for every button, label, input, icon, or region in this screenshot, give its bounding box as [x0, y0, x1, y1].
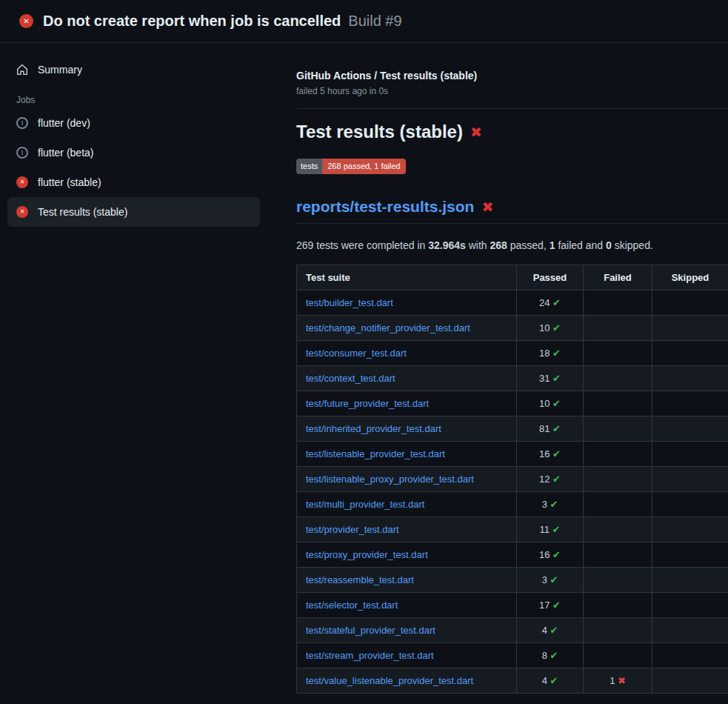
- column-header-passed: Passed: [517, 265, 584, 290]
- report-file-link[interactable]: reports/test-results.json: [296, 198, 474, 216]
- failed-cell: [584, 593, 652, 618]
- test-suite-link[interactable]: test/value_listenable_provider_test.dart: [306, 675, 473, 686]
- table-row: test/context_test.dart31 ✔644ms: [297, 366, 728, 391]
- sidebar-item-label: Test results (stable): [38, 206, 127, 218]
- skipped-cell: [652, 668, 728, 694]
- suite-cell: test/value_listenable_provider_test.dart: [297, 668, 517, 694]
- failed-cell: [584, 316, 652, 341]
- test-suite-link[interactable]: test/provider_test.dart: [306, 524, 399, 535]
- passed-cell: 12 ✔: [517, 467, 584, 492]
- passed-cell: 10 ✔: [517, 391, 584, 416]
- failed-cell: [584, 517, 652, 542]
- failed-cell: [584, 618, 652, 643]
- summary-line: 269 tests were completed in 32.964s with…: [296, 239, 728, 251]
- section-title: Test results (stable): [296, 122, 463, 142]
- column-header-test-suite: Test suite: [297, 265, 517, 290]
- test-suite-link[interactable]: test/reassemble_test.dart: [306, 574, 414, 585]
- skipped-cell: [652, 467, 728, 492]
- cross-mark-icon: ✖: [470, 125, 482, 139]
- check-icon: ✔: [550, 499, 558, 510]
- suite-cell: test/builder_test.dart: [297, 290, 517, 316]
- table-row: test/change_notifier_provider_test.dart1…: [297, 316, 728, 341]
- divider: [296, 108, 728, 109]
- skipped-cell: [652, 316, 728, 341]
- suite-cell: test/multi_provider_test.dart: [297, 492, 517, 517]
- suite-cell: test/change_notifier_provider_test.dart: [297, 316, 517, 341]
- suite-cell: test/selector_test.dart: [297, 593, 517, 618]
- sidebar-item-flutter-dev[interactable]: ! flutter (dev): [7, 108, 260, 138]
- failed-cell: [584, 467, 652, 492]
- test-suite-link[interactable]: test/listenable_proxy_provider_test.dart: [306, 474, 474, 485]
- table-row: test/listenable_proxy_provider_test.dart…: [297, 467, 728, 492]
- test-suite-link[interactable]: test/consumer_test.dart: [306, 348, 407, 359]
- cross-icon: ✖: [618, 675, 626, 686]
- check-icon: ✔: [550, 650, 558, 661]
- build-number: Build #9: [348, 13, 401, 30]
- check-icon: ✔: [550, 574, 558, 585]
- breadcrumb: GitHub Actions / Test results (stable): [296, 70, 728, 82]
- test-suite-link[interactable]: test/inherited_provider_test.dart: [306, 423, 441, 434]
- test-results-table-body: test/builder_test.dart24 ✔375mstest/chan…: [297, 290, 728, 694]
- check-run-content: GitHub Actions / Test results (stable) f…: [278, 43, 728, 694]
- passed-cell: 4 ✔: [517, 618, 584, 643]
- test-suite-link[interactable]: test/proxy_provider_test.dart: [306, 549, 428, 560]
- check-icon: ✔: [552, 423, 561, 434]
- test-suite-link[interactable]: test/builder_test.dart: [306, 297, 393, 308]
- test-suite-link[interactable]: test/multi_provider_test.dart: [306, 499, 424, 510]
- failed-cell: [584, 442, 652, 467]
- page-title: Do not create report when job is cancell…: [43, 13, 341, 30]
- neutral-circle-icon: !: [16, 147, 28, 159]
- table-row: test/stateful_provider_test.dart4 ✔206ms: [297, 618, 728, 643]
- skipped-cell: [652, 517, 728, 542]
- passed-cell: 81 ✔: [517, 416, 584, 442]
- check-icon: ✔: [552, 474, 561, 485]
- check-icon: ✔: [552, 398, 561, 409]
- test-suite-link[interactable]: test/change_notifier_provider_test.dart: [306, 322, 470, 333]
- skipped-cell: [652, 391, 728, 416]
- home-icon: [16, 64, 28, 76]
- failed-cell: [584, 391, 652, 416]
- sidebar-item-test-results-stable[interactable]: ✕ Test results (stable): [7, 197, 260, 227]
- failed-cell: [584, 568, 652, 593]
- check-icon: ✔: [552, 549, 561, 560]
- passed-cell: 10 ✔: [517, 316, 584, 341]
- test-suite-link[interactable]: test/selector_test.dart: [306, 600, 398, 611]
- suite-cell: test/proxy_provider_test.dart: [297, 542, 517, 568]
- skipped-cell: [652, 593, 728, 618]
- table-row: test/consumer_test.dart18 ✔324ms: [297, 341, 728, 366]
- suite-cell: test/stateful_provider_test.dart: [297, 618, 517, 643]
- test-suite-link[interactable]: test/stream_provider_test.dart: [306, 650, 434, 661]
- test-suite-link[interactable]: test/context_test.dart: [306, 373, 395, 384]
- badge-value: 268 passed, 1 failed: [322, 159, 405, 174]
- suite-cell: test/future_provider_test.dart: [297, 391, 517, 416]
- suite-cell: test/context_test.dart: [297, 366, 517, 391]
- sidebar-item-summary[interactable]: Summary: [7, 55, 260, 84]
- table-row: test/future_provider_test.dart10 ✔272ms: [297, 391, 728, 416]
- passed-cell: 18 ✔: [517, 341, 584, 366]
- neutral-circle-icon: !: [16, 117, 28, 129]
- failed-cell: [584, 643, 652, 668]
- table-header: Test suite Passed Failed Skipped Time: [297, 265, 728, 290]
- sidebar-item-label: flutter (dev): [38, 117, 90, 129]
- skipped-cell: [652, 290, 728, 316]
- sidebar-item-flutter-beta[interactable]: ! flutter (beta): [7, 138, 260, 167]
- check-icon: ✔: [550, 625, 558, 636]
- table-row: test/selector_test.dart17 ✔331ms: [297, 593, 728, 618]
- passed-cell: 16 ✔: [517, 542, 584, 568]
- test-suite-link[interactable]: test/future_provider_test.dart: [306, 398, 429, 409]
- suite-cell: test/consumer_test.dart: [297, 341, 517, 366]
- passed-cell: 3 ✔: [517, 568, 584, 593]
- check-icon: ✔: [552, 448, 561, 459]
- sidebar-item-label: Summary: [38, 64, 82, 76]
- test-suite-link[interactable]: test/listenable_provider_test.dart: [306, 448, 445, 459]
- test-suite-link[interactable]: test/stateful_provider_test.dart: [306, 625, 435, 636]
- table-row: test/multi_provider_test.dart3 ✔183ms: [297, 492, 728, 517]
- table-row: test/listenable_provider_test.dart16 ✔32…: [297, 442, 728, 467]
- table-row: test/inherited_provider_test.dart81 ✔1.0…: [297, 416, 728, 442]
- suite-cell: test/listenable_provider_test.dart: [297, 442, 517, 467]
- skipped-cell: [652, 492, 728, 517]
- skipped-cell: [652, 643, 728, 668]
- sidebar-item-label: flutter (beta): [38, 147, 93, 159]
- sidebar-item-flutter-stable[interactable]: ✕ flutter (stable): [7, 167, 260, 197]
- skipped-cell: [652, 366, 728, 391]
